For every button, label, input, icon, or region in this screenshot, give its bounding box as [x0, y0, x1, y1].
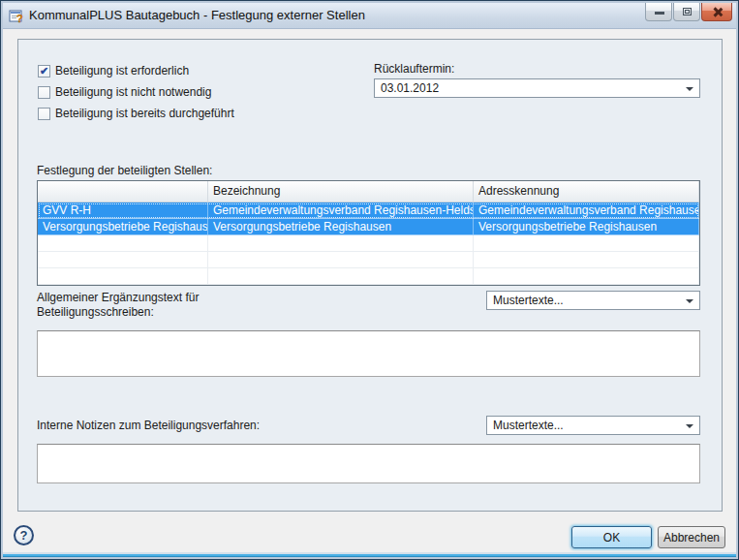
table-row-inner: GVV R-H Gemeindeverwaltungsverband Regis… — [38, 202, 699, 219]
table-header-adresskennung[interactable]: Adresskennung — [474, 181, 699, 202]
cancel-button[interactable]: Abbrechen — [658, 526, 725, 548]
form-help-icon: ? — [9, 9, 24, 24]
mustertexte-value: Mustertexte... — [493, 419, 564, 432]
checkbox-label[interactable]: Beteiligung ist erforderlich — [55, 64, 189, 78]
ruecklauftermin-label: Rücklauftermin: — [374, 62, 454, 77]
window-controls — [645, 3, 732, 21]
table-empty-row — [38, 235, 699, 252]
table-cell[interactable]: Versorgungsbetriebe Regishausen — [38, 219, 208, 234]
table-header-row: Bezeichnung Adresskennung — [38, 181, 699, 202]
table-empty-cell — [474, 252, 699, 267]
stellen-table: Bezeichnung Adresskennung GVV R-H Gemein… — [37, 180, 700, 286]
ergaenzungstext-textarea[interactable] — [37, 330, 700, 377]
close-button[interactable] — [701, 3, 732, 21]
minimize-button[interactable] — [645, 3, 672, 21]
checkbox-beteiligung-erforderlich[interactable]: Beteiligung ist erforderlich — [38, 63, 189, 78]
table-empty-cell — [208, 252, 474, 267]
notizen-textarea[interactable] — [37, 444, 700, 483]
maximize-icon — [683, 8, 692, 16]
dialog-window: ? KommunalPLUS Bautagebuch - Festlegung … — [0, 0, 739, 560]
help-button[interactable]: ? — [14, 525, 34, 545]
chevron-down-icon — [686, 299, 693, 303]
checkbox-beteiligung-durchgefuehrt[interactable]: Beteiligung ist bereits durchgeführt — [38, 106, 234, 121]
table-empty-cell — [38, 268, 208, 284]
window-title: KommunalPLUS Bautagebuch - Festlegung ex… — [29, 3, 365, 28]
titlebar[interactable]: ? KommunalPLUS Bautagebuch - Festlegung … — [3, 3, 736, 29]
table-empty-row — [38, 252, 699, 268]
table-empty-cell — [38, 252, 208, 267]
checkbox-icon[interactable] — [38, 86, 50, 99]
minimize-icon — [655, 12, 664, 15]
table-cell[interactable]: Versorgungsbetriebe Regishausen — [474, 219, 699, 234]
table-empty-row — [38, 268, 699, 285]
maximize-button[interactable] — [673, 3, 700, 21]
table-header-bezeichnung[interactable]: Bezeichnung — [208, 181, 474, 202]
table-cell[interactable]: Versorgungsbetriebe Regishausen — [208, 219, 474, 234]
table-empty-cell — [474, 235, 699, 251]
checkbox-icon[interactable] — [38, 108, 50, 120]
table-empty-cell — [38, 235, 208, 251]
table-cell[interactable]: Gemeindeverwaltungsverband RegishausenHe — [474, 202, 699, 219]
ruecklauftermin-value: 03.01.2012 — [381, 81, 439, 95]
table-row[interactable]: GVV R-H Gemeindeverwaltungsverband Regis… — [38, 202, 699, 219]
ok-button[interactable]: OK — [571, 526, 652, 548]
notizen-mustertexte-select[interactable]: Mustertexte... — [486, 416, 700, 435]
mustertexte-value: Mustertexte... — [493, 294, 564, 307]
stellen-table-label: Festlegung der beteiligten Stellen: — [37, 164, 212, 178]
checkbox-beteiligung-nicht-notwendig[interactable]: Beteiligung ist nicht notwendig — [38, 84, 211, 100]
chevron-down-icon — [686, 87, 693, 91]
ruecklauftermin-select[interactable]: 03.01.2012 — [374, 78, 700, 98]
window-bottom-border — [3, 552, 736, 557]
table-row[interactable]: Versorgungsbetriebe Regishausen Versorgu… — [38, 219, 699, 235]
ergaenzungstext-mustertexte-select[interactable]: Mustertexte... — [486, 291, 700, 310]
table-cell[interactable]: Gemeindeverwaltungsverband Regishausen-H… — [208, 202, 474, 219]
table-empty-cell — [474, 268, 699, 284]
table-cell[interactable]: GVV R-H — [38, 202, 208, 219]
ergaenzungstext-label: Allgemeiner Ergänzungstext für Beteiligu… — [37, 291, 255, 320]
close-icon — [712, 7, 723, 17]
checkbox-label[interactable]: Beteiligung ist nicht notwendig — [55, 85, 211, 99]
content-panel: Beteiligung ist erforderlich Beteiligung… — [17, 39, 723, 512]
table-header-blank[interactable] — [38, 181, 208, 202]
question-mark-icon: ? — [20, 529, 28, 542]
notizen-label: Interne Notizen zum Beteiligungsverfahre… — [37, 419, 260, 433]
checkbox-icon[interactable] — [38, 65, 50, 78]
checkbox-label[interactable]: Beteiligung ist bereits durchgeführt — [55, 107, 234, 120]
table-empty-cell — [208, 268, 474, 284]
chevron-down-icon — [686, 424, 693, 428]
table-empty-cell — [208, 235, 474, 251]
svg-text:?: ? — [16, 13, 23, 24]
